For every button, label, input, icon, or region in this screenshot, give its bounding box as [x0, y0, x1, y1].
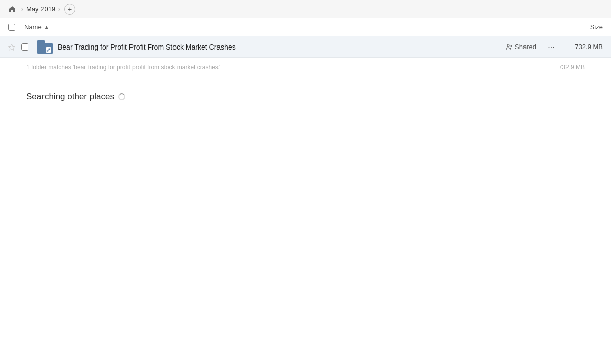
shared-label: Shared — [515, 43, 536, 51]
loading-spinner — [118, 93, 125, 100]
match-summary-row: 1 folder matches 'bear trading for profi… — [0, 58, 611, 77]
add-tab-button[interactable]: + — [64, 4, 75, 15]
select-all-input[interactable] — [8, 24, 15, 31]
select-all-checkbox[interactable] — [8, 24, 20, 31]
column-header-row: Name ▲ Size — [0, 18, 611, 36]
name-column-label: Name — [24, 23, 42, 31]
row-checkbox-input[interactable] — [21, 43, 28, 51]
svg-point-3 — [507, 44, 509, 47]
name-column-header[interactable]: Name ▲ — [24, 23, 552, 31]
searching-title: Searching other places — [26, 92, 585, 102]
breadcrumb-chevron-2: › — [58, 6, 60, 13]
svg-point-4 — [510, 45, 512, 47]
match-summary-text: 1 folder matches 'bear trading for profi… — [26, 64, 220, 71]
breadcrumb-bar: › May 2019 › + — [0, 0, 611, 18]
folder-body — [37, 43, 53, 54]
file-name: Bear Trading for Profit Profit From Stoc… — [58, 43, 506, 51]
file-size: 732.9 MB — [562, 43, 603, 51]
home-button[interactable] — [6, 3, 18, 15]
shared-badge: Shared — [506, 43, 536, 51]
size-column-header[interactable]: Size — [552, 23, 603, 31]
searching-label: Searching other places — [26, 92, 114, 102]
star-button[interactable] — [8, 43, 18, 51]
searching-section: Searching other places — [0, 77, 611, 116]
match-summary-size: 732.9 MB — [559, 64, 585, 71]
svg-marker-0 — [9, 44, 15, 50]
breadcrumb-title[interactable]: May 2019 — [26, 5, 55, 13]
file-row[interactable]: Bear Trading for Profit Profit From Stoc… — [0, 36, 611, 58]
more-options-button[interactable]: ··· — [544, 40, 558, 54]
folder-tab — [37, 40, 45, 43]
more-dots-icon: ··· — [548, 42, 554, 52]
folder-icon — [37, 39, 54, 55]
breadcrumb-chevron-1: › — [21, 6, 23, 13]
sort-arrow-icon: ▲ — [44, 24, 49, 30]
row-checkbox[interactable] — [21, 43, 33, 51]
